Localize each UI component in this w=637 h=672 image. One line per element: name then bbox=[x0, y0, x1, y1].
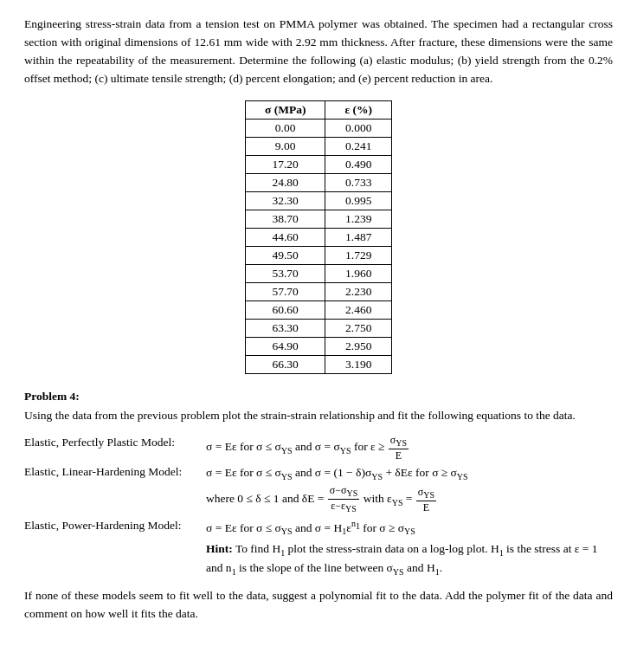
table-cell: 44.60 bbox=[245, 228, 325, 246]
table-row: 44.601.487 bbox=[245, 228, 391, 246]
table-cell: 49.50 bbox=[245, 246, 325, 264]
model-pp-label: Elastic, Perfectly Plastic Model: bbox=[24, 434, 206, 452]
table-row: 64.902.950 bbox=[245, 337, 391, 355]
table-cell: 3.190 bbox=[325, 355, 392, 373]
table-cell: 53.70 bbox=[245, 264, 325, 282]
table-cell: 2.230 bbox=[325, 282, 392, 300]
table-cell: 1.729 bbox=[325, 246, 392, 264]
table-cell: 0.241 bbox=[325, 137, 392, 155]
table-row: 66.303.190 bbox=[245, 355, 391, 373]
table-row: 57.702.230 bbox=[245, 282, 391, 300]
model-lh-equation: σ = Eε for σ ≤ σYS and σ = (1 − δ)σYS + … bbox=[206, 463, 613, 514]
models-section: Elastic, Perfectly Plastic Model: σ = Eε… bbox=[24, 434, 613, 579]
model-ph-label: Elastic, Power-Hardening Model: bbox=[24, 517, 206, 535]
table-cell: 0.490 bbox=[325, 155, 392, 173]
final-paragraph: If none of these models seem to fit well… bbox=[24, 587, 613, 624]
table-row: 49.501.729 bbox=[245, 246, 391, 264]
table-cell: 38.70 bbox=[245, 210, 325, 228]
table-row: 63.302.750 bbox=[245, 319, 391, 337]
table-row: 53.701.960 bbox=[245, 264, 391, 282]
table-cell: 1.960 bbox=[325, 264, 392, 282]
table-cell: 2.950 bbox=[325, 337, 392, 355]
table-row: 32.300.995 bbox=[245, 191, 391, 210]
intro-paragraph: Engineering stress-strain data from a te… bbox=[24, 16, 613, 88]
table-row: 9.000.241 bbox=[245, 137, 391, 155]
problem4-body: Using the data from the previous problem… bbox=[24, 407, 613, 425]
table-cell: 0.00 bbox=[245, 119, 325, 137]
model-lh-label: Elastic, Linear-Hardening Model: bbox=[24, 463, 206, 481]
stress-strain-table: σ (MPa) ε (%) 0.000.0009.000.24117.200.4… bbox=[245, 100, 392, 374]
table-cell: 0.000 bbox=[325, 119, 392, 137]
table-cell: 64.90 bbox=[245, 337, 325, 355]
table-cell: 57.70 bbox=[245, 282, 325, 300]
table-cell: 2.750 bbox=[325, 319, 392, 337]
table-cell: 24.80 bbox=[245, 173, 325, 191]
table-row: 17.200.490 bbox=[245, 155, 391, 173]
col-epsilon-header: ε (%) bbox=[325, 100, 392, 119]
table-cell: 66.30 bbox=[245, 355, 325, 373]
data-table-wrapper: σ (MPa) ε (%) 0.000.0009.000.24117.200.4… bbox=[24, 100, 613, 374]
table-row: 0.000.000 bbox=[245, 119, 391, 137]
table-cell: 9.00 bbox=[245, 137, 325, 155]
model-pp-equation: σ = Eε for σ ≤ σYS and σ = σYS for ε ≥ σ… bbox=[206, 434, 613, 462]
table-row: 24.800.733 bbox=[245, 173, 391, 191]
model-perfectly-plastic: Elastic, Perfectly Plastic Model: σ = Eε… bbox=[24, 434, 613, 462]
table-row: 38.701.239 bbox=[245, 210, 391, 228]
model-power-hardening: Elastic, Power-Hardening Model: σ = Eε f… bbox=[24, 517, 613, 539]
hint-text: To find H1 plot the stress-strain data o… bbox=[206, 542, 598, 574]
table-cell: 2.460 bbox=[325, 300, 392, 319]
table-cell: 1.487 bbox=[325, 228, 392, 246]
table-cell: 60.60 bbox=[245, 300, 325, 319]
hint-block: Hint: To find H1 plot the stress-strain … bbox=[206, 540, 613, 578]
table-cell: 1.239 bbox=[325, 210, 392, 228]
table-cell: 17.20 bbox=[245, 155, 325, 173]
col-sigma-header: σ (MPa) bbox=[245, 100, 325, 119]
model-linear-hardening: Elastic, Linear-Hardening Model: σ = Eε … bbox=[24, 463, 613, 514]
table-cell: 32.30 bbox=[245, 191, 325, 210]
table-cell: 63.30 bbox=[245, 319, 325, 337]
table-cell: 0.995 bbox=[325, 191, 392, 210]
hint-label: Hint: bbox=[206, 542, 233, 555]
model-ph-equation: σ = Eε for σ ≤ σYS and σ = H1εn1 for σ ≥… bbox=[206, 517, 613, 539]
table-row: 60.602.460 bbox=[245, 300, 391, 319]
problem4-title: Problem 4: bbox=[24, 390, 613, 404]
table-cell: 0.733 bbox=[325, 173, 392, 191]
